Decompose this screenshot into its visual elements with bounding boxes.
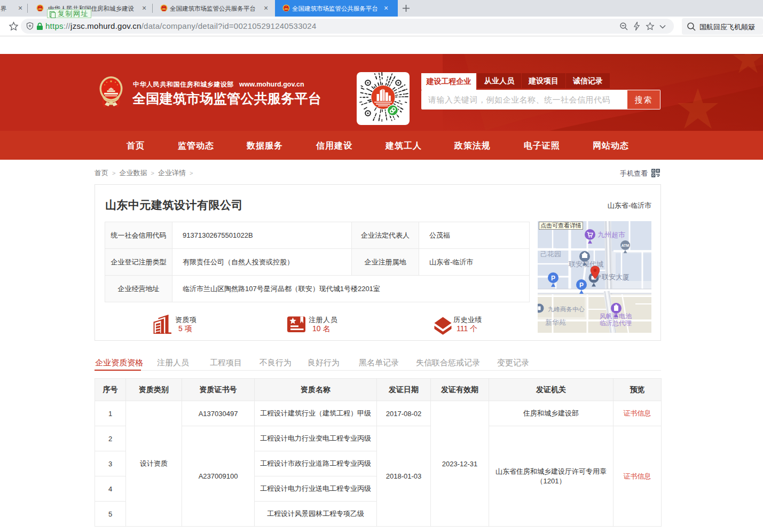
svg-text:九峰商务中心: 九峰商务中心 xyxy=(548,306,585,312)
svg-text:己花园: 己花园 xyxy=(540,250,561,258)
svg-text:临沂总代理: 临沂总代理 xyxy=(600,319,632,327)
svg-text:联安大厦: 联安大厦 xyxy=(601,273,630,281)
svg-text:ATM: ATM xyxy=(622,244,630,247)
svg-text:九州超市: 九州超市 xyxy=(597,231,625,239)
svg-text:P: P xyxy=(551,275,555,282)
svg-text:P: P xyxy=(579,281,584,289)
svg-text:新华苑: 新华苑 xyxy=(545,318,566,326)
